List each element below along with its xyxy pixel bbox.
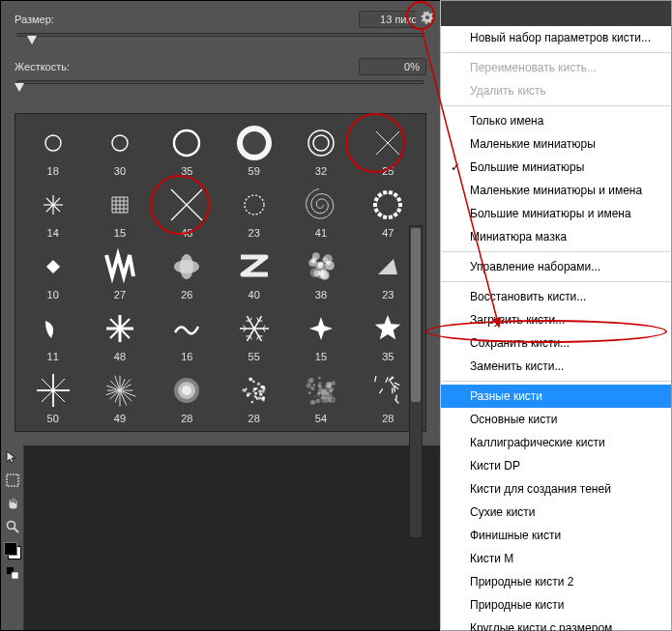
svg-rect-39 xyxy=(377,192,383,198)
menu-item[interactable]: Новый набор параметров кисти... xyxy=(441,26,671,49)
svg-point-2 xyxy=(174,130,199,156)
menu-separator xyxy=(442,105,670,106)
hardness-slider[interactable] xyxy=(15,80,426,94)
color-swatch[interactable] xyxy=(4,542,21,559)
hand-icon[interactable] xyxy=(5,496,20,513)
svg-point-177 xyxy=(329,389,333,393)
brush-preset[interactable]: 26 xyxy=(154,242,220,303)
brush-preset[interactable]: 55 xyxy=(220,303,287,365)
brush-size-label: 47 xyxy=(382,227,394,239)
menu-item[interactable]: Кисти для создания теней xyxy=(441,477,671,501)
svg-rect-33 xyxy=(389,215,394,219)
brush-preset[interactable]: 15 xyxy=(287,303,354,365)
menu-item[interactable]: Разные кисти xyxy=(441,385,671,408)
menu-item[interactable]: Миниатюра мазка xyxy=(441,225,671,248)
brush-preset[interactable]: 38 xyxy=(287,242,354,303)
svg-line-83 xyxy=(247,316,254,329)
menu-separator xyxy=(442,281,670,282)
svg-rect-35 xyxy=(377,212,383,217)
svg-point-175 xyxy=(308,391,311,394)
menu-item[interactable]: Сухие кисти xyxy=(441,501,671,524)
menu-item[interactable]: Природные кисти 2 xyxy=(441,570,671,593)
brush-preset[interactable]: 48 xyxy=(86,303,153,365)
svg-point-141 xyxy=(248,392,250,394)
menu-item[interactable]: Финишные кисти xyxy=(441,524,671,547)
brush-preset[interactable]: 23 xyxy=(220,180,287,242)
menu-item[interactable]: Природные кисти xyxy=(441,593,671,617)
menu-separator xyxy=(442,251,670,252)
brush-preset[interactable]: 14 xyxy=(19,180,86,242)
svg-rect-203 xyxy=(12,572,18,579)
brush-preset[interactable]: 18 xyxy=(19,118,86,180)
brush-preset[interactable]: 28 xyxy=(220,365,287,427)
menu-item[interactable]: Загрузить кисти... xyxy=(441,308,671,331)
brush-preset[interactable]: 32 xyxy=(287,118,354,180)
brush-preset-grid[interactable]: 1830355932251415482341471027264038231148… xyxy=(15,113,426,432)
svg-point-116 xyxy=(182,386,191,395)
svg-line-75 xyxy=(256,336,258,340)
menu-item[interactable]: Заменить кисти... xyxy=(441,355,671,378)
brush-size-label: 10 xyxy=(47,289,59,301)
brush-thumbnail xyxy=(231,245,278,288)
menu-item[interactable]: Маленькие миниатюры и имена xyxy=(441,179,671,202)
zoom-icon[interactable] xyxy=(5,519,20,536)
size-slider-thumb[interactable] xyxy=(27,36,37,44)
menu-item[interactable]: Сохранить кисти... xyxy=(441,331,671,355)
brush-size-label: 16 xyxy=(181,351,192,362)
menu-item[interactable]: Только имена xyxy=(441,109,671,132)
menu-item[interactable]: Кисти DP xyxy=(441,454,671,477)
checkmark-icon: ✓ xyxy=(451,160,460,174)
menu-separator xyxy=(442,381,670,382)
color-reset-icon[interactable] xyxy=(5,565,20,583)
gear-button[interactable] xyxy=(416,6,439,29)
brush-preset[interactable]: 30 xyxy=(86,118,153,180)
brush-thumbnail xyxy=(30,122,76,164)
brush-size-label: 49 xyxy=(114,413,126,424)
menu-item[interactable]: Кисти M xyxy=(441,547,671,570)
menu-item[interactable]: Большие миниатюры и имена xyxy=(441,202,671,225)
size-slider[interactable] xyxy=(15,33,426,46)
menu-item[interactable]: Большие миниатюры✓ xyxy=(441,156,671,179)
menu-item[interactable]: Маленькие миниатюры xyxy=(441,132,671,156)
svg-line-84 xyxy=(249,318,251,322)
svg-point-6 xyxy=(313,135,329,151)
svg-point-29 xyxy=(245,195,264,215)
brush-preset[interactable]: 28 xyxy=(154,365,220,427)
brush-preset[interactable]: 48 xyxy=(154,180,220,242)
menu-item[interactable]: Восстановить кисти... xyxy=(441,285,671,308)
svg-point-63 xyxy=(311,259,315,263)
hardness-value-field[interactable]: 0% xyxy=(359,58,426,75)
svg-rect-34 xyxy=(383,215,388,219)
menu-item[interactable]: Управление наборами... xyxy=(441,255,671,278)
brush-thumbnail xyxy=(30,184,76,226)
brush-preset[interactable]: 27 xyxy=(86,242,153,303)
hardness-slider-thumb[interactable] xyxy=(15,83,24,92)
brush-preset[interactable]: 59 xyxy=(220,118,287,180)
brush-preset[interactable]: 49 xyxy=(86,365,153,427)
marquee-icon[interactable] xyxy=(5,473,20,490)
brush-preset[interactable]: 25 xyxy=(355,118,422,180)
brush-grid-scrollbar[interactable] xyxy=(409,225,423,538)
menu-item[interactable]: Основные кисти xyxy=(441,408,671,431)
svg-rect-43 xyxy=(396,197,401,202)
brush-flyout-menu: Новый набор параметров кисти...Переимено… xyxy=(441,26,671,631)
brush-preset[interactable]: 35 xyxy=(154,118,220,180)
brush-preset[interactable]: 11 xyxy=(19,303,86,365)
brush-preset[interactable]: 10 xyxy=(19,242,86,303)
menu-item[interactable]: Каллиграфические кисти xyxy=(441,431,671,454)
brush-preset[interactable]: 16 xyxy=(154,303,220,365)
brush-preset[interactable]: 50 xyxy=(19,365,86,427)
svg-point-131 xyxy=(256,382,260,386)
menu-item: Переименовать кисть... xyxy=(441,56,671,79)
svg-point-65 xyxy=(315,262,323,270)
scrollbar-thumb[interactable] xyxy=(411,228,421,402)
menu-item[interactable]: Круглые кисти с размером xyxy=(441,617,671,631)
svg-line-88 xyxy=(256,318,258,322)
move-cursor-icon[interactable] xyxy=(5,449,20,467)
brush-preset[interactable]: 40 xyxy=(220,242,287,303)
brush-preset[interactable]: 54 xyxy=(287,365,354,427)
brush-preset[interactable]: 41 xyxy=(287,180,354,242)
svg-line-91 xyxy=(53,390,65,402)
brush-preset[interactable]: 15 xyxy=(86,180,153,242)
brush-thumbnail xyxy=(298,122,344,164)
